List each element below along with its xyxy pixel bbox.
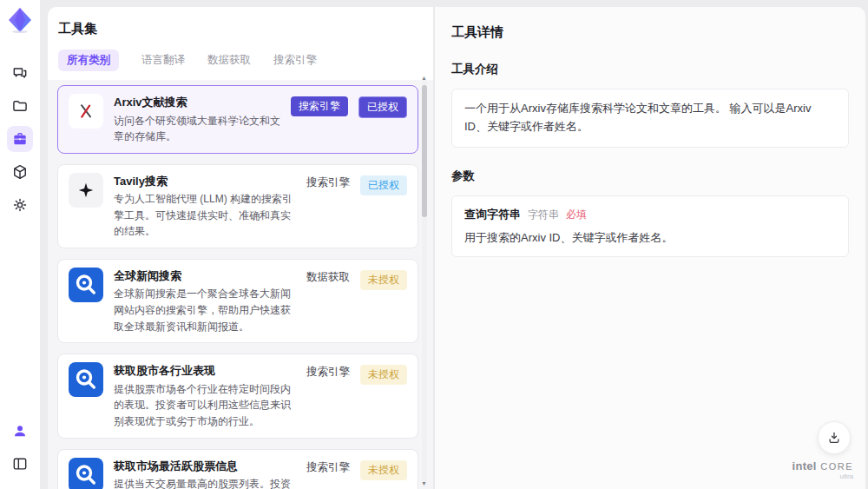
status-badge: 已授权	[358, 96, 407, 118]
intro-heading: 工具介绍	[451, 62, 849, 77]
detail-title: 工具详情	[451, 24, 849, 41]
scrollbar-thumb[interactable]	[422, 85, 427, 217]
tab-search-engine[interactable]: 搜索引擎	[273, 53, 317, 68]
app-logo-icon	[6, 6, 34, 34]
tool-card-global-news[interactable]: 全球新闻搜索 全球新闻搜索是一个聚合全球各大新闻网站内容的搜索引擎，帮助用户快速…	[57, 259, 418, 343]
scroll-down-arrow[interactable]: ▼	[421, 480, 427, 486]
tab-all-categories[interactable]: 所有类别	[58, 50, 119, 71]
nav-models[interactable]	[7, 159, 33, 185]
tool-description: 全球新闻搜索是一个聚合全球各大新闻网站内容的搜索引擎，帮助用户快速获取全球最新资…	[114, 286, 296, 334]
intel-brand-text: intel	[792, 459, 817, 472]
tool-description: 专为人工智能代理 (LLM) 构建的搜索引擎工具。可快速提供实时、准确和真实的结…	[114, 191, 296, 240]
briefcase-icon	[11, 130, 29, 148]
param-box: 查询字符串 字符串 必填 用于搜索的Arxiv ID、关键字或作者姓名。	[451, 195, 849, 257]
page-title: 工具集	[48, 7, 433, 50]
tool-description: 提供当天交易量最高的股票列表。投资者可以利用这些信息来识别流动性强的股票和潜在的…	[114, 476, 296, 489]
nav-user[interactable]	[7, 418, 33, 444]
core-brand-text: CORE	[820, 461, 853, 472]
folder-icon	[11, 97, 29, 115]
category-badge: 搜索引擎	[291, 96, 348, 116]
download-icon	[826, 430, 842, 446]
tool-description: 提供股票市场各个行业在特定时间段内的表现。投资者可以利用这些信息来识别表现优于或…	[114, 381, 296, 430]
ultra-brand-text: ultra	[792, 472, 853, 480]
chat-icon	[11, 64, 29, 82]
tool-card-arxiv[interactable]: Arxiv文献搜索 访问各个研究领域大量科学论文和文章的存储库。 搜索引擎 已授…	[57, 85, 418, 154]
category-label: 搜索引擎	[306, 175, 350, 190]
status-badge: 未授权	[360, 460, 407, 480]
search-logo-icon	[69, 362, 103, 397]
arxiv-logo-icon	[69, 94, 103, 129]
category-label: 数据获取	[306, 270, 350, 285]
tool-description: 访问各个研究领域大量科学论文和文章的存储库。	[114, 113, 280, 145]
cube-icon	[11, 163, 29, 181]
download-button[interactable]	[818, 421, 851, 454]
nav-tools[interactable]	[7, 126, 33, 152]
tool-name: Arxiv文献搜索	[114, 94, 280, 111]
param-description: 用于搜索的Arxiv ID、关键字或作者姓名。	[464, 230, 836, 246]
app-window: 工具集 所有类别 语言翻译 数据获取 搜索引擎 Arxiv文献搜索 访问各个研究…	[0, 0, 868, 489]
list-scrollbar[interactable]: ▲ ▼	[422, 80, 427, 482]
params-heading: 参数	[451, 169, 849, 184]
category-tabs: 所有类别 语言翻译 数据获取 搜索引擎	[48, 50, 433, 80]
status-badge: 未授权	[360, 365, 407, 385]
intro-text: 一个用于从Arxiv存储库搜索科学论文和文章的工具。 输入可以是Arxiv ID…	[464, 100, 836, 136]
intro-box: 一个用于从Arxiv存储库搜索科学论文和文章的工具。 输入可以是Arxiv ID…	[451, 89, 849, 148]
tool-card-tavily[interactable]: Tavily搜索 专为人工智能代理 (LLM) 构建的搜索引擎工具。可快速提供实…	[57, 164, 418, 248]
search-logo-icon	[69, 458, 103, 489]
user-icon	[11, 422, 29, 439]
param-required-label: 必填	[566, 208, 587, 222]
nav-chat[interactable]	[7, 60, 33, 86]
tool-name: 全球新闻搜索	[114, 268, 296, 285]
status-badge: 已授权	[360, 175, 407, 195]
left-nav-rail	[0, 0, 40, 489]
tool-list-pane: 工具集 所有类别 语言翻译 数据获取 搜索引擎 Arxiv文献搜索 访问各个研究…	[48, 7, 433, 489]
tool-name: 获取市场最活跃股票信息	[114, 458, 296, 475]
param-name: 查询字符串	[464, 207, 521, 222]
nav-files[interactable]	[7, 93, 33, 119]
tavily-star-icon	[69, 173, 103, 208]
tab-data-acquisition[interactable]: 数据获取	[207, 53, 251, 68]
category-label: 搜索引擎	[306, 365, 350, 380]
scroll-up-arrow[interactable]: ▲	[421, 75, 427, 81]
nav-collapse-panel[interactable]	[7, 451, 33, 477]
nav-settings[interactable]	[7, 192, 33, 218]
param-type: 字符串	[528, 208, 559, 222]
tool-card-sector-performance[interactable]: 获取股市各行业表现 提供股票市场各个行业在特定时间段内的表现。投资者可以利用这些…	[57, 354, 418, 438]
gear-icon	[11, 196, 29, 214]
search-logo-icon	[69, 268, 103, 302]
panels-icon	[11, 455, 29, 472]
tab-language-translation[interactable]: 语言翻译	[141, 53, 185, 68]
tool-name: 获取股市各行业表现	[114, 362, 296, 380]
tool-detail-pane: 工具详情 工具介绍 一个用于从Arxiv存储库搜索科学论文和文章的工具。 输入可…	[434, 7, 865, 489]
tool-card-most-active-stocks[interactable]: 获取市场最活跃股票信息 提供当天交易量最高的股票列表。投资者可以利用这些信息来识…	[57, 449, 418, 489]
intel-core-logo: intel CORE ultra	[792, 458, 853, 480]
tool-card-list: Arxiv文献搜索 访问各个研究领域大量科学论文和文章的存储库。 搜索引擎 已授…	[48, 80, 433, 489]
tool-name: Tavily搜索	[114, 173, 296, 190]
status-badge: 未授权	[360, 270, 407, 290]
category-label: 搜索引擎	[306, 460, 350, 475]
